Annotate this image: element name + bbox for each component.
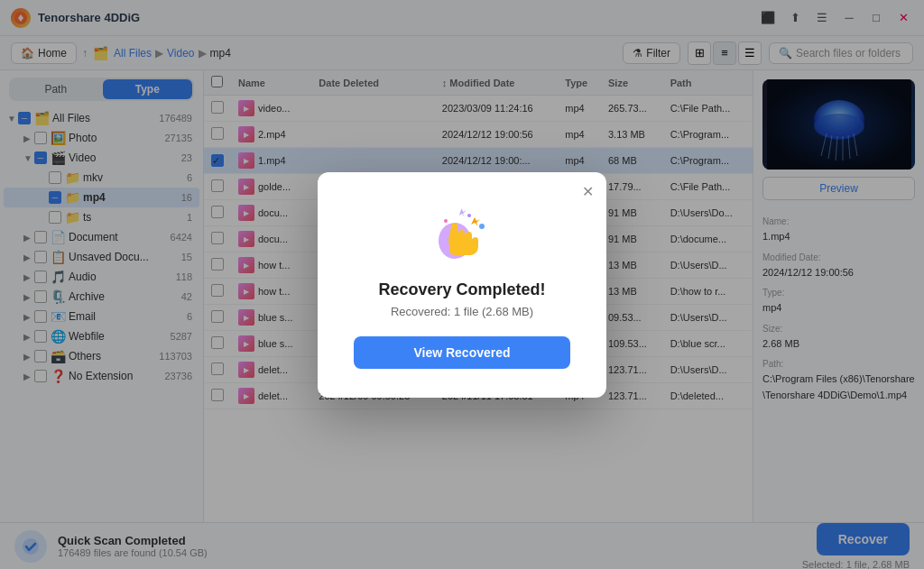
view-recovered-button[interactable]: View Recovered (354, 336, 570, 369)
modal-overlay: ✕ Recovery Completed! Reco (0, 0, 924, 569)
svg-point-14 (444, 219, 448, 223)
svg-point-12 (467, 214, 471, 217)
modal-success-icon (430, 201, 494, 266)
modal-subtitle: Recovered: 1 file (2.68 MB) (354, 305, 570, 318)
svg-point-13 (479, 224, 485, 229)
recovery-modal: ✕ Recovery Completed! Reco (318, 172, 606, 398)
modal-close-button[interactable]: ✕ (582, 183, 594, 200)
modal-title: Recovery Completed! (354, 280, 570, 299)
